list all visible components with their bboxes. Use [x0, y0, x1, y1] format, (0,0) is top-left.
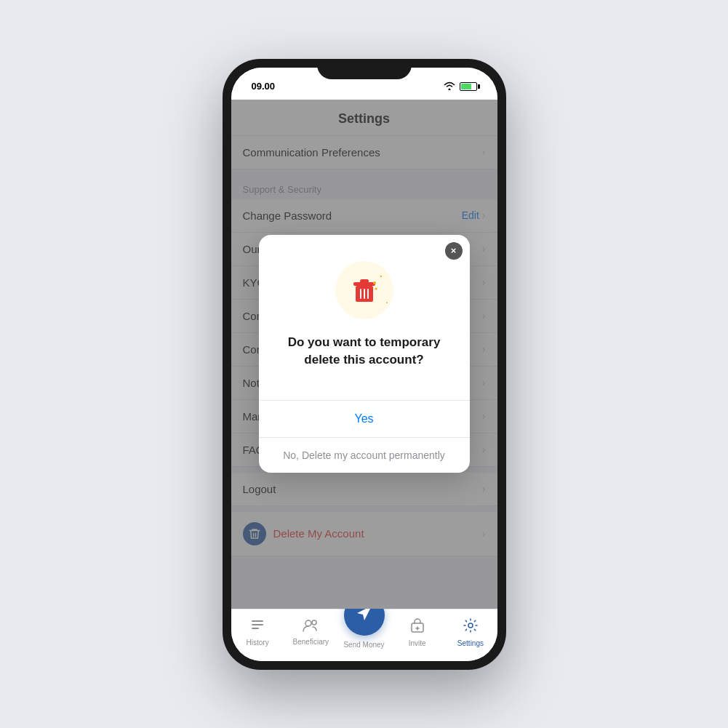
history-icon — [250, 618, 265, 636]
beneficiary-label: Beneficiary — [293, 638, 329, 646]
nav-item-history[interactable]: History — [231, 618, 284, 647]
modal-body: Do you want to temporary delete this acc… — [259, 235, 470, 401]
wifi-icon — [444, 80, 455, 93]
settings-label: Settings — [457, 639, 484, 647]
nav-item-invite[interactable]: Invite — [391, 617, 444, 647]
svg-rect-8 — [252, 620, 263, 622]
invite-label: Invite — [409, 639, 426, 647]
phone-frame: 09.00 Settings — [223, 59, 506, 670]
nav-item-settings[interactable]: Settings — [444, 617, 497, 647]
phone-notch — [317, 59, 412, 79]
close-icon: × — [451, 246, 457, 255]
status-time: 09.00 — [252, 81, 276, 92]
modal-no-button[interactable]: No, Delete my account permanently — [259, 438, 470, 473]
trash-icon — [348, 274, 380, 306]
delete-confirmation-modal: × — [259, 235, 470, 473]
status-icons — [444, 80, 477, 93]
modal-title: Do you want to temporary delete this acc… — [276, 334, 452, 369]
history-label: History — [247, 639, 269, 647]
nav-item-beneficiary[interactable]: Beneficiary — [284, 619, 337, 646]
beneficiary-icon — [303, 619, 319, 636]
svg-rect-10 — [252, 628, 259, 629]
battery-icon — [460, 82, 477, 91]
svg-point-6 — [373, 281, 376, 284]
nav-item-send-money[interactable]: Send Money — [337, 609, 391, 649]
svg-point-7 — [375, 287, 377, 289]
settings-icon — [463, 617, 479, 637]
bottom-navigation: History Beneficiary — [231, 609, 497, 661]
invite-icon — [409, 617, 425, 637]
modal-yes-button[interactable]: Yes — [259, 401, 470, 438]
svg-rect-9 — [252, 624, 263, 625]
phone-screen: 09.00 Settings — [231, 68, 497, 661]
modal-close-button[interactable]: × — [445, 242, 463, 260]
content-area: Settings Communication Preferences › Sup… — [231, 100, 497, 609]
svg-point-12 — [312, 620, 316, 625]
send-money-label: Send Money — [343, 641, 384, 649]
modal-overlay: × — [231, 100, 497, 609]
modal-icon-wrapper — [335, 261, 393, 319]
svg-rect-2 — [360, 279, 369, 283]
svg-point-11 — [305, 620, 311, 626]
svg-point-16 — [468, 623, 473, 628]
